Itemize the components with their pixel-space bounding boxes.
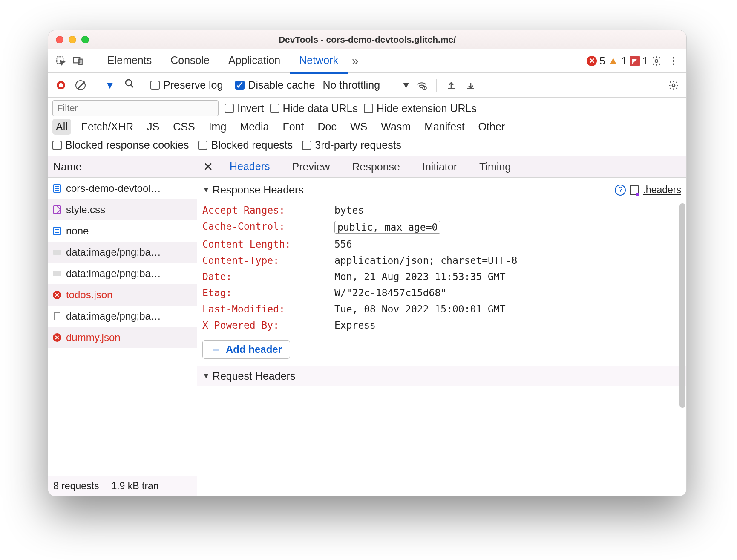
checkbox-icon <box>225 104 234 113</box>
request-list-pane: Name cors-demo-devtool…style.cssnonedata… <box>48 156 197 496</box>
header-value: Tue, 08 Nov 2022 15:00:01 GMT <box>334 303 506 315</box>
svg-point-7 <box>126 80 132 86</box>
issue-counts: ✕ 5 ▲ 1 ◤ 1 <box>587 54 648 67</box>
type-chip-doc[interactable]: Doc <box>314 119 340 135</box>
error-icon: ✕ <box>52 333 62 342</box>
inspect-element-icon[interactable] <box>52 52 69 69</box>
add-header-button[interactable]: ＋ Add header <box>202 340 290 359</box>
invert-checkbox[interactable]: Invert <box>225 102 264 115</box>
type-chip-fetch[interactable]: Fetch/XHR <box>78 119 137 135</box>
header-value[interactable]: public, max-age=0 <box>334 221 440 234</box>
type-chip-media[interactable]: Media <box>236 119 272 135</box>
request-name: todos.json <box>66 289 112 301</box>
request-row[interactable]: none <box>48 220 197 242</box>
issue-count[interactable]: ◤ 1 <box>630 55 648 67</box>
download-har-button[interactable] <box>462 77 479 94</box>
header-row: X-Powered-By:Express <box>197 317 686 333</box>
header-name: Content-Type: <box>202 255 334 266</box>
header-value: Express <box>334 320 376 331</box>
response-headers-section[interactable]: ▼ Response Headers ? .headers <box>197 178 686 202</box>
more-tabs-icon[interactable]: » <box>348 54 363 68</box>
separator <box>90 55 90 67</box>
scrollbar[interactable] <box>679 203 685 408</box>
detail-tab-headers[interactable]: Headers <box>219 156 281 179</box>
warning-count[interactable]: ▲ 1 <box>608 54 627 67</box>
type-chip-js[interactable]: JS <box>144 119 163 135</box>
search-icon <box>124 78 135 92</box>
preserve-log-label: Preserve log <box>163 79 223 91</box>
tab-network[interactable]: Network <box>290 48 348 74</box>
devtools-window: DevTools - cors-demo-devtools.glitch.me/… <box>48 30 687 496</box>
headers-file-link[interactable]: .headers <box>643 184 681 196</box>
request-row[interactable]: cors-demo-devtool… <box>48 178 197 199</box>
type-chip-other[interactable]: Other <box>475 119 509 135</box>
search-button[interactable] <box>121 77 138 94</box>
window-close-button[interactable] <box>56 36 63 43</box>
file-override-icon[interactable] <box>630 185 639 195</box>
request-row[interactable]: style.css <box>48 199 197 220</box>
tab-console[interactable]: Console <box>161 48 219 74</box>
separator <box>105 481 105 492</box>
throttling-select[interactable]: No throttling ▼ <box>322 79 411 91</box>
error-count[interactable]: ✕ 5 <box>587 55 605 67</box>
request-row[interactable]: data:image/png;ba… <box>48 263 197 284</box>
svg-point-6 <box>673 63 674 65</box>
help-icon[interactable]: ? <box>615 185 626 196</box>
checkbox-icon <box>150 81 160 90</box>
type-chip-ws[interactable]: WS <box>347 119 371 135</box>
disclosure-triangle-icon: ▼ <box>202 185 210 194</box>
upload-har-button[interactable] <box>443 77 460 94</box>
content-split: Name cors-demo-devtool…style.cssnonedata… <box>48 156 686 496</box>
request-row[interactable]: ✕todos.json <box>48 284 197 306</box>
filter-input[interactable] <box>52 100 219 116</box>
type-chip-wasm[interactable]: Wasm <box>377 119 414 135</box>
type-chip-img[interactable]: Img <box>205 119 230 135</box>
device-toolbar-icon[interactable] <box>69 52 86 69</box>
preserve-log-checkbox[interactable]: Preserve log <box>150 79 223 91</box>
tab-application[interactable]: Application <box>219 48 290 74</box>
close-details-button[interactable]: ✕ <box>197 156 219 178</box>
filter-toggle-button[interactable]: ▼ <box>101 77 118 94</box>
request-count: 8 requests <box>53 480 99 492</box>
window-minimize-button[interactable] <box>69 36 76 43</box>
kebab-menu-icon[interactable] <box>665 52 682 69</box>
hide-data-urls-checkbox[interactable]: Hide data URLs <box>270 102 358 115</box>
settings-gear-icon[interactable] <box>648 52 665 69</box>
clear-button[interactable] <box>72 77 89 94</box>
response-headers-title: Response Headers <box>213 184 304 196</box>
separator <box>436 79 437 92</box>
separator <box>229 79 229 92</box>
name-column-header[interactable]: Name <box>48 156 197 178</box>
request-headers-title: Request Headers <box>213 370 296 382</box>
detail-tab-response[interactable]: Response <box>341 156 411 178</box>
detail-tab-initiator[interactable]: Initiator <box>411 156 468 178</box>
third-party-checkbox[interactable]: 3rd-party requests <box>302 139 401 151</box>
type-chip-font[interactable]: Font <box>279 119 307 135</box>
details-pane: ✕ Headers Preview Response Initiator Tim… <box>197 156 686 496</box>
type-chip-manifest[interactable]: Manifest <box>421 119 468 135</box>
network-settings-gear-icon[interactable] <box>665 77 682 94</box>
blocked-requests-checkbox[interactable]: Blocked requests <box>198 139 293 151</box>
request-row[interactable]: data:image/png;ba… <box>48 242 197 263</box>
checkbox-icon <box>364 104 373 113</box>
detail-tab-preview[interactable]: Preview <box>281 156 341 178</box>
type-chip-css[interactable]: CSS <box>170 119 198 135</box>
header-value: 556 <box>334 239 352 250</box>
disable-cache-checkbox[interactable]: ✓ Disable cache <box>235 79 315 91</box>
type-chip-all[interactable]: All <box>52 119 71 135</box>
blocked-cookies-checkbox[interactable]: Blocked response cookies <box>52 139 189 151</box>
header-name: Last-Modified: <box>202 303 334 315</box>
window-maximize-button[interactable] <box>81 36 89 43</box>
plus-icon: ＋ <box>210 342 222 357</box>
invert-label: Invert <box>237 102 264 115</box>
record-button[interactable] <box>52 77 69 94</box>
network-conditions-button[interactable] <box>413 77 430 94</box>
request-name: data:image/png;ba… <box>66 246 161 258</box>
document-icon <box>52 184 62 193</box>
hide-extension-urls-checkbox[interactable]: Hide extension URLs <box>364 102 477 115</box>
detail-tab-timing[interactable]: Timing <box>468 156 522 178</box>
request-headers-section[interactable]: ▼ Request Headers <box>197 366 686 386</box>
request-row[interactable]: ✕dummy.json <box>48 327 197 348</box>
tab-elements[interactable]: Elements <box>98 48 161 74</box>
request-row[interactable]: data:image/png;ba… <box>48 306 197 327</box>
